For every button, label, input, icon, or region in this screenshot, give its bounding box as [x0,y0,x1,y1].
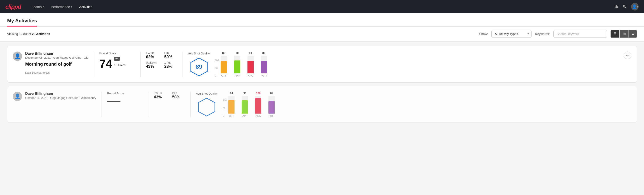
user-name-2: Dave Billingham [25,92,96,96]
round-score-label-2: Round Score [107,92,143,95]
card-left-section: 👤 Dave Billingham December 05, 2021 - Go… [13,52,88,74]
filter-bar: Viewing 12 out of 29 Activities Show: Al… [0,26,644,42]
round-score-label: Round Score [99,52,135,55]
show-label: Show: [479,32,488,36]
fw-hit-metric-2: FW Hit 43% [154,92,167,100]
app-bar: 90 APP [233,52,241,77]
card-divider-5 [148,92,148,117]
nav-performance[interactable]: Performance ▾ [51,5,72,9]
nav-teams[interactable]: Teams ▾ [32,5,44,9]
gir-metric-2: GIR 56% [172,92,185,100]
viewing-count-text: Viewing 12 out of 29 Activities [7,32,476,36]
avg-shot-quality-label: Avg Shot Quality [188,52,210,55]
avatar-person-icon: 👤 [14,53,20,59]
chart-y-axis: 100 50 0 [215,59,219,77]
card-user-info-2: Dave Billingham October 16, 2021 - Gog M… [25,92,96,100]
refresh-icon[interactable]: ↻ [623,4,626,9]
shot-quality-bar-chart: 85 OTT 90 APP 89 [220,52,268,77]
gir-label: GIR [164,52,177,55]
arg-bar-2: 106 ARG [254,92,262,117]
fw-hit-value: 62% [146,55,159,59]
activity-type-wrapper: All Activity Types [491,30,532,38]
ott-bar: 85 OTT [220,52,228,77]
holes-count: 18 Holes [114,63,126,67]
avatar-icon: 👤 [632,4,637,9]
card-left-section-2: 👤 Dave Billingham October 16, 2021 - Gog… [13,92,96,101]
keywords-label: Keywords: [535,32,550,36]
fw-hit-metric: FW Hit 62% [146,52,159,59]
arg-bar: 89 ARG [246,52,254,77]
avatar-person-icon-2: 👤 [14,94,20,99]
activity-date-location-2: October 16, 2021 - Gog Magog Golf Club -… [25,96,96,100]
data-source: Data Source: Arccos [25,71,88,74]
gir-value-2: 56% [172,95,185,100]
user-avatar[interactable]: 👤 ▾ [631,3,639,10]
app-bar-2: 93 APP [241,92,249,117]
card-metrics-section-2: FW Hit 43% GIR 56% [154,92,185,100]
ott-bar-2: 94 OTT [228,92,236,117]
gir-value: 50% [164,55,177,59]
list-compact-button[interactable]: ☰ [610,30,620,38]
updown-value: 43% [146,64,159,69]
nav-activities[interactable]: Activities [79,5,92,9]
putt-bar-2: 87 PUTT [268,92,276,117]
view-toggle-group: ☰ ⊞ ≡ [610,30,637,38]
avatar: 👤 [13,52,22,61]
card-divider-2 [140,52,140,77]
fw-hit-label-2: FW Hit [154,92,167,95]
one-putt-value: 28% [164,64,177,69]
edit-icon: ✏ [626,53,629,58]
teams-label: Teams [32,5,42,9]
shot-quality-bar-chart-2: 94 OTT 93 APP 106 [228,92,276,117]
list-wide-button[interactable]: ≡ [629,30,637,38]
activity-card: 👤 Dave Billingham December 05, 2021 - Go… [7,46,637,82]
logo: clippd [5,3,21,10]
teams-chevron-icon: ▾ [42,6,44,8]
card-divider-4 [102,92,102,117]
performance-chevron-icon: ▾ [71,6,72,8]
keyword-search-input[interactable] [554,30,607,38]
activities-content: 👤 Dave Billingham December 05, 2021 - Go… [0,42,644,131]
avatar-chevron-icon: ▾ [637,6,638,8]
score-row: 74 +4 18 Holes [99,57,135,70]
score-badge: +4 [114,57,120,61]
navigation: clippd Teams ▾ Performance ▾ Activities … [0,0,644,14]
edit-button[interactable]: ✏ [624,52,631,59]
nav-icon-group: ⊕ ↻ 👤 ▾ [614,3,639,10]
gir-metric: GIR 50% [164,52,177,59]
updown-label: Up/Down [146,61,159,64]
fw-hit-label: FW Hit [146,52,159,55]
activity-date-location: December 05, 2021 - Gog Magog Golf Club … [25,56,88,59]
activity-type-select[interactable]: All Activity Types [491,30,532,38]
avatar-2: 👤 [13,92,22,101]
quality-hexagon-2 [196,97,217,117]
one-putt-metric: 1 Putt 28% [164,61,177,69]
gir-label-2: GIR [172,92,185,95]
grid-view-button[interactable]: ⊞ [620,30,628,38]
round-score-value: 74 [99,58,112,70]
card-quality-section: Avg Shot Quality 89 100 50 0 85 [188,52,618,77]
card-score-section: Round Score 74 +4 18 Holes [99,52,135,70]
putt-bar: 89 PUTT [260,52,268,77]
viewing-total: 29 [32,32,36,36]
chart-y-axis-2: 100 50 0 [223,99,227,117]
card-divider [94,52,94,77]
fw-hit-value-2: 43% [154,95,167,100]
add-icon[interactable]: ⊕ [614,4,618,9]
page-header: My Activities [0,14,644,26]
card-score-section-2: Round Score [107,92,143,106]
activities-label: Activities [79,5,92,9]
updown-metric: Up/Down 43% [146,61,159,69]
activity-title: Morning round of golf [25,62,88,67]
card-divider-3 [182,52,183,77]
page-title: My Activities [7,14,37,26]
viewing-count: 12 [19,32,22,36]
activity-card-2: 👤 Dave Billingham October 16, 2021 - Gog… [7,86,637,123]
quality-hexagon: 89 [189,57,209,77]
avg-shot-quality-label-2: Avg Shot Quality [196,92,218,95]
viewing-suffix: Activities [36,32,50,36]
card-user-info: Dave Billingham December 05, 2021 - Gog … [25,52,88,74]
one-putt-label: 1 Putt [164,61,177,64]
user-name: Dave Billingham [25,52,88,56]
quality-score: 89 [196,63,202,70]
